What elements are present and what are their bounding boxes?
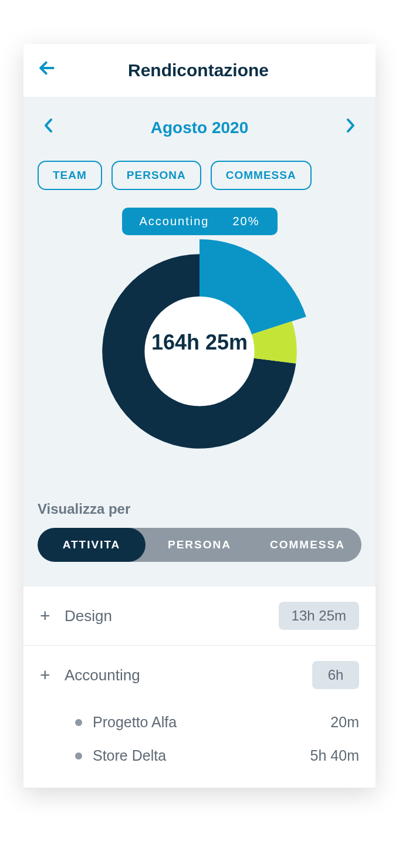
page-title: Rendicontazione [35,60,361,80]
list-item: + Design 13h 25m [23,586,376,646]
list-item: + Accounting 6h Progetto Alfa 20m Store … [23,646,376,788]
view-by-label: Visualizza per [38,501,361,517]
sub-item-name: Store Delta [93,747,300,764]
seg-commessa[interactable]: COMMESSA [253,528,361,562]
filter-persona[interactable]: PERSONA [111,161,201,190]
bullet-icon [75,752,82,760]
activity-name: Accounting [65,666,299,684]
chart-center-label: 164h 25m [151,330,248,355]
activity-name: Design [65,607,266,625]
tooltip-label: Accounting [140,215,209,228]
donut-chart: Accounting 20% 164h 25m [38,208,361,477]
sub-item: Progetto Alfa 20m [75,706,359,739]
activity-time-badge: 13h 25m [279,602,359,630]
sub-item-name: Progetto Alfa [93,714,320,731]
chart-tooltip: Accounting 20% [122,208,278,235]
activity-subitems: Progetto Alfa 20m Store Delta 5h 40m [40,706,359,772]
period-nav: Agosto 2020 [38,118,361,137]
filter-row: TEAM PERSONA COMMESSA [38,161,361,190]
sub-item-time: 20m [330,714,359,731]
sub-item-time: 5h 40m [310,747,359,764]
expand-icon[interactable]: + [40,665,52,685]
seg-attivita[interactable]: ATTIVITA [38,528,146,562]
activity-list: + Design 13h 25m + Accounting 6h Progett… [23,586,376,788]
app-screen: Rendicontazione Agosto 2020 TEAM PERSONA… [23,44,376,788]
activity-time-badge: 6h [312,661,359,689]
next-period-button[interactable] [346,118,356,137]
view-by-segmented: ATTIVITA PERSONA COMMESSA [38,528,361,562]
seg-persona[interactable]: PERSONA [146,528,253,562]
filter-commessa[interactable]: COMMESSA [211,161,312,190]
prev-period-button[interactable] [43,118,53,137]
bullet-icon [75,719,82,726]
sub-item: Store Delta 5h 40m [75,739,359,772]
tooltip-value: 20% [232,215,259,228]
header: Rendicontazione [23,44,376,97]
expand-icon[interactable]: + [40,606,52,626]
content: Agosto 2020 TEAM PERSONA COMMESSA Accoun… [23,97,376,788]
period-label: Agosto 2020 [151,118,249,137]
filter-team[interactable]: TEAM [38,161,102,190]
